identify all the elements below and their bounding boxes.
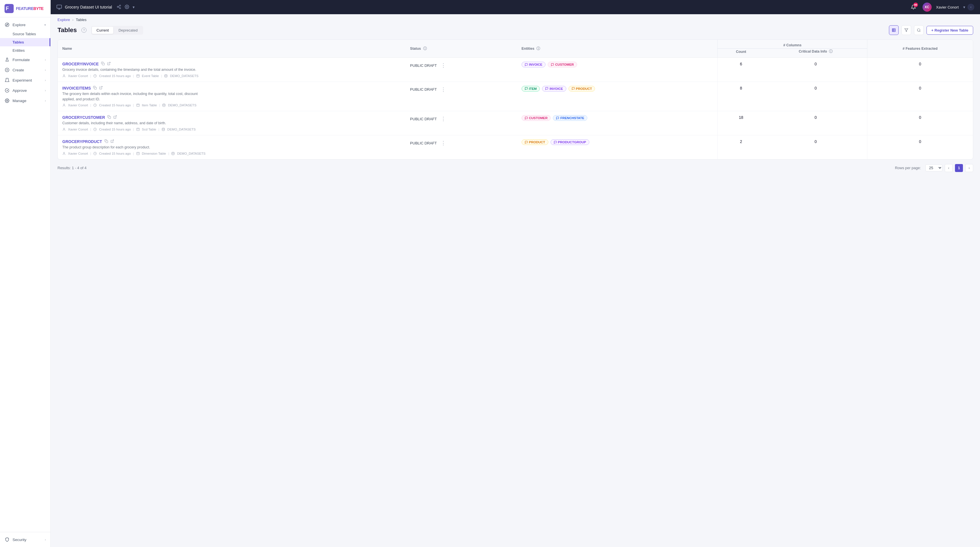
table-row: INVOICEITEMS The grocery item details wi… xyxy=(58,82,973,111)
sidebar-item-explore[interactable]: Explore ▾ xyxy=(0,20,50,30)
clock-icon xyxy=(93,152,97,155)
row-more-button[interactable]: ⋮ xyxy=(439,62,448,69)
cell-critical-2: 0 xyxy=(764,111,867,135)
cell-status-0: PUBLIC DRAFT ⋮ xyxy=(406,58,517,82)
cell-features-2: 0 xyxy=(867,111,973,135)
table-type-icon xyxy=(136,74,140,78)
meta-created: Created 15 hours ago xyxy=(99,152,130,155)
svg-point-41 xyxy=(64,128,65,129)
table-name-link-1[interactable]: INVOICEITEMS xyxy=(62,86,401,90)
table-name-link-0[interactable]: GROCERYINVOICE xyxy=(62,62,401,66)
sidebar-item-experiment[interactable]: Experiment › xyxy=(0,75,50,85)
entity-tag-frenchstate[interactable]: FRENCHSTATE xyxy=(553,115,587,121)
link-icon[interactable] xyxy=(99,86,103,90)
sidebar-item-create[interactable]: Create › xyxy=(0,65,50,75)
sidebar-collapse-button[interactable]: ‹ xyxy=(967,4,974,11)
filter-button[interactable] xyxy=(902,25,911,35)
entity-tag-customer[interactable]: CUSTOMER xyxy=(522,115,551,121)
row-more-button[interactable]: ⋮ xyxy=(439,115,448,122)
sidebar: F FEATUREBYTE Explore ▾ Source Tables Ta… xyxy=(0,0,51,547)
entity-tag-customer[interactable]: CUSTOMER xyxy=(548,62,577,67)
tab-deprecated[interactable]: Deprecated xyxy=(114,27,142,34)
cell-entities-2: CUSTOMER FRENCHSTATE xyxy=(517,111,718,135)
row-more-button[interactable]: ⋮ xyxy=(439,86,448,93)
entity-tag-invoice[interactable]: INVOICE xyxy=(542,86,566,92)
chevron-right-icon-2: › xyxy=(45,68,46,71)
svg-rect-25 xyxy=(102,63,105,65)
link-icon[interactable] xyxy=(113,115,117,120)
settings-icon xyxy=(5,98,10,103)
search-button[interactable] xyxy=(914,25,924,35)
cell-status-1: PUBLIC DRAFT ⋮ xyxy=(406,82,517,111)
topbar-actions: ▾ xyxy=(117,5,135,10)
svg-line-16 xyxy=(118,6,119,6)
entity-tag-invoice[interactable]: INVOICE xyxy=(522,62,546,67)
sidebar-item-source-tables[interactable]: Source Tables xyxy=(0,30,50,38)
database-icon xyxy=(171,152,175,155)
table-name-link-2[interactable]: GROCERYCUSTOMER xyxy=(62,115,401,120)
sidebar-item-manage[interactable]: Manage › xyxy=(0,95,50,106)
chevron-right-icon-6: › xyxy=(45,538,46,541)
logo-byte: BYTE xyxy=(33,6,43,11)
notification-button[interactable]: 98 xyxy=(909,3,918,12)
sidebar-item-approve-label: Approve xyxy=(13,89,27,93)
chevron-right-icon-3: › xyxy=(45,79,46,82)
sidebar-item-create-label: Create xyxy=(13,68,24,72)
results-text: Results: 1 - 4 of 4 xyxy=(57,166,86,170)
register-new-table-button[interactable]: + Register New Table xyxy=(926,26,973,35)
row-more-button[interactable]: ⋮ xyxy=(439,139,448,147)
link-icon[interactable] xyxy=(107,62,111,66)
gear-icon[interactable] xyxy=(125,5,129,10)
table-description: Customer details, including their name, … xyxy=(62,120,199,126)
flask-icon xyxy=(5,57,10,62)
table-type-icon xyxy=(136,152,140,155)
sidebar-item-security[interactable]: Security › xyxy=(0,534,50,545)
sidebar-item-tables[interactable]: Tables xyxy=(0,38,50,46)
chevron-down-topbar-icon[interactable]: ▾ xyxy=(133,5,135,10)
next-page-button[interactable]: › xyxy=(965,164,973,172)
cell-name-3: GROCERYPRODUCT The product group descrip… xyxy=(58,135,406,159)
svg-line-47 xyxy=(112,140,113,141)
meta-created: Created 15 hours ago xyxy=(99,128,130,131)
count-value: 8 xyxy=(740,86,742,90)
sidebar-item-approve[interactable]: Approve › xyxy=(0,85,50,95)
meta-table-type: Item Table xyxy=(142,103,157,107)
chevron-down-icon: ▾ xyxy=(45,23,46,27)
svg-rect-32 xyxy=(94,87,97,89)
entity-tag-productgroup[interactable]: PRODUCTGROUP xyxy=(550,139,589,145)
meta-table-type: Dimension Table xyxy=(142,152,166,155)
sidebar-item-entities[interactable]: Entities xyxy=(0,46,50,55)
breadcrumb-explore[interactable]: Explore xyxy=(57,17,70,22)
cell-critical-3: 0 xyxy=(764,135,867,159)
copy-icon[interactable] xyxy=(105,139,108,144)
link-icon[interactable] xyxy=(110,139,114,144)
th-features: # Features Extracted xyxy=(867,40,973,58)
copy-icon[interactable] xyxy=(93,86,97,90)
copy-icon[interactable] xyxy=(107,115,111,120)
help-icon[interactable]: ? xyxy=(81,28,86,33)
svg-point-13 xyxy=(117,6,118,7)
table-name-link-3[interactable]: GROCERYPRODUCT xyxy=(62,139,401,144)
svg-rect-18 xyxy=(892,29,896,32)
sidebar-item-formulate[interactable]: Formulate › xyxy=(0,55,50,65)
entity-tag-item[interactable]: ITEM xyxy=(522,86,540,92)
prev-page-button[interactable]: ‹ xyxy=(945,164,953,172)
cell-name-0: GROCERYINVOICE Grocery invoice details, … xyxy=(58,58,406,82)
current-page-number[interactable]: 1 xyxy=(955,164,963,172)
user-chevron-icon[interactable]: ▾ xyxy=(963,5,965,10)
tab-current[interactable]: Current xyxy=(92,27,113,34)
user-avatar[interactable]: XC xyxy=(923,3,932,12)
entity-tag-product[interactable]: PRODUCT xyxy=(568,86,595,92)
copy-icon[interactable] xyxy=(101,62,105,66)
table-view-button[interactable] xyxy=(889,25,899,35)
entity-tag-product[interactable]: PRODUCT xyxy=(522,139,548,145)
share-icon[interactable] xyxy=(117,5,121,10)
user-name[interactable]: Xavier Conort xyxy=(936,5,959,10)
meta-created: Created 15 hours ago xyxy=(99,103,130,107)
chevron-right-icon: › xyxy=(45,58,46,62)
clock-icon xyxy=(93,103,97,107)
table-description: The grocery item details within each inv… xyxy=(62,91,199,102)
rows-per-page-select[interactable]: 25 50 100 xyxy=(925,164,942,171)
svg-rect-43 xyxy=(137,128,139,131)
tab-group: Current Deprecated xyxy=(91,26,143,35)
